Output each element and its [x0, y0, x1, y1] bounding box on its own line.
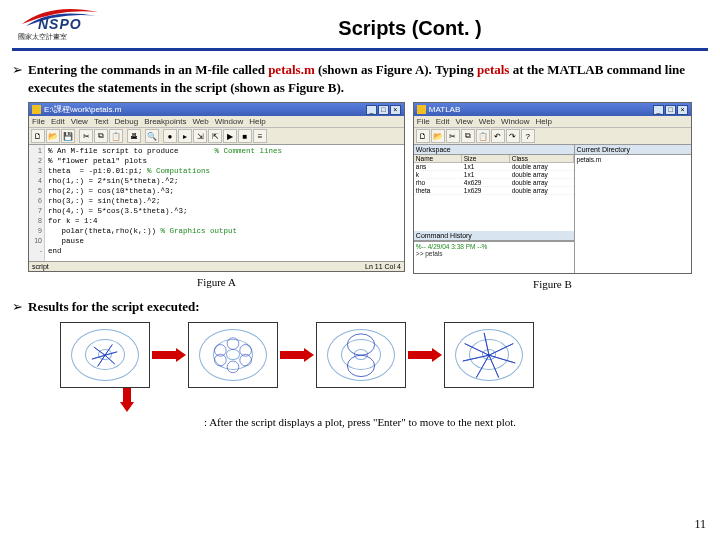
footnote: : After the script displays a plot, pres…	[0, 412, 720, 428]
menu-web[interactable]: Web	[192, 117, 208, 126]
arrow-right-icon	[408, 348, 442, 362]
editor-titlebar[interactable]: E:\課程\work\petals.m _ □ ×	[29, 103, 404, 116]
polar-plot-1	[60, 322, 150, 388]
history-line: %-- 4/29/04 3:38 PM --%	[416, 243, 572, 250]
cut-icon[interactable]: ✂	[79, 129, 93, 143]
stop-icon[interactable]: ■	[238, 129, 252, 143]
matlab-window: MATLAB _ □ × FileEditViewWebWindowHelp 🗋…	[413, 102, 692, 274]
b2-text: Results for the script executed:	[28, 299, 200, 314]
open-icon[interactable]: 📂	[431, 129, 445, 143]
line-gutter: 12345678910-	[29, 145, 45, 261]
bullet-2: ➢ Results for the script executed:	[0, 294, 720, 320]
menu-breakpoints[interactable]: Breakpoints	[144, 117, 186, 126]
page-number: 11	[694, 517, 706, 532]
breakpoint-icon[interactable]: ●	[163, 129, 177, 143]
status-right: Ln 11 Col 4	[365, 263, 401, 270]
figure-a-caption: Figure A	[28, 272, 405, 290]
paste-icon[interactable]: 📋	[476, 129, 490, 143]
workspace-title: Workspace	[414, 145, 574, 155]
bullet-icon: ➢	[12, 298, 23, 316]
petal-curve-icon	[199, 329, 267, 381]
figure-a: E:\課程\work\petals.m _ □ × FileEditViewTe…	[28, 102, 405, 292]
workspace-row[interactable]: rho4x629double array	[414, 179, 574, 187]
step-icon[interactable]: ▸	[178, 129, 192, 143]
menu-debug[interactable]: Debug	[115, 117, 139, 126]
matlab-body: Workspace NameSizeClass ans1x1double arr…	[414, 145, 691, 273]
menu-window[interactable]: Window	[215, 117, 243, 126]
menu-view[interactable]: View	[456, 117, 473, 126]
petal-curve-icon	[71, 329, 139, 381]
step-out-icon[interactable]: ⇱	[208, 129, 222, 143]
copy-icon[interactable]: ⧉	[461, 129, 475, 143]
paste-icon[interactable]: 📋	[109, 129, 123, 143]
matlab-titlebar[interactable]: MATLAB _ □ ×	[414, 103, 691, 116]
new-icon[interactable]: 🗋	[416, 129, 430, 143]
menu-text[interactable]: Text	[94, 117, 109, 126]
matlab-menubar[interactable]: FileEditViewWebWindowHelp	[414, 116, 691, 128]
workspace-row[interactable]: k1x1double array	[414, 171, 574, 179]
stack-icon[interactable]: ≡	[253, 129, 267, 143]
svg-point-0	[227, 337, 239, 349]
polar-plot-4	[444, 322, 534, 388]
b1-t2: (shown as Figure A). Typing	[315, 62, 477, 77]
results-row	[0, 320, 720, 388]
workspace-row[interactable]: ans1x1double array	[414, 163, 574, 171]
menu-edit[interactable]: Edit	[436, 117, 450, 126]
editor-body[interactable]: 12345678910- % An M-file script to produ…	[29, 145, 404, 261]
matlab-icon	[417, 105, 426, 114]
find-icon[interactable]: 🔍	[145, 129, 159, 143]
open-icon[interactable]: 📂	[46, 129, 60, 143]
arrow-right-icon	[152, 348, 186, 362]
menu-file[interactable]: File	[32, 117, 45, 126]
figure-b: MATLAB _ □ × FileEditViewWebWindowHelp 🗋…	[413, 102, 692, 292]
menu-view[interactable]: View	[71, 117, 88, 126]
maximize-button[interactable]: □	[378, 105, 389, 115]
svg-point-6	[347, 334, 374, 355]
slide-title: Scripts (Cont. )	[112, 11, 708, 40]
svg-point-3	[227, 361, 239, 373]
matlab-title: MATLAB	[429, 105, 653, 114]
workspace-row[interactable]: theta1x629double array	[414, 187, 574, 195]
b1-red2: petals	[477, 62, 510, 77]
petal-curve-icon	[327, 329, 395, 381]
menu-help[interactable]: Help	[249, 117, 265, 126]
curdir-title: Current Directory	[575, 145, 691, 155]
close-button[interactable]: ×	[677, 105, 688, 115]
editor-menubar[interactable]: FileEditViewTextDebugBreakpointsWebWindo…	[29, 116, 404, 128]
menu-window[interactable]: Window	[501, 117, 529, 126]
history-pane[interactable]: %-- 4/29/04 3:38 PM --% >> petals	[414, 241, 574, 273]
logo-subtitle: 國家太空計畫室	[18, 32, 67, 42]
b1-t1: Entering the commands in an M-file calle…	[28, 62, 268, 77]
matlab-toolbar[interactable]: 🗋 📂 ✂ ⧉ 📋 ↶ ↷ ?	[414, 128, 691, 145]
curdir-pane[interactable]: petals.m	[575, 155, 691, 273]
copy-icon[interactable]: ⧉	[94, 129, 108, 143]
save-icon[interactable]: 💾	[61, 129, 75, 143]
arrow-right-icon	[280, 348, 314, 362]
figures-row: E:\課程\work\petals.m _ □ × FileEditViewTe…	[0, 100, 720, 294]
workspace-pane[interactable]: NameSizeClass ans1x1double arrayk1x1doub…	[414, 155, 574, 231]
undo-icon[interactable]: ↶	[491, 129, 505, 143]
cut-icon[interactable]: ✂	[446, 129, 460, 143]
editor-toolbar[interactable]: 🗋 📂 💾 ✂ ⧉ 📋 🖶 🔍 ● ▸ ⇲ ⇱ ▶ ■ ≡	[29, 128, 404, 145]
figure-b-caption: Figure B	[413, 274, 692, 292]
menu-web[interactable]: Web	[479, 117, 495, 126]
help-icon[interactable]: ?	[521, 129, 535, 143]
maximize-button[interactable]: □	[665, 105, 676, 115]
menu-edit[interactable]: Edit	[51, 117, 65, 126]
polar-plot-2	[188, 322, 278, 388]
print-icon[interactable]: 🖶	[127, 129, 141, 143]
menu-help[interactable]: Help	[536, 117, 552, 126]
close-button[interactable]: ×	[390, 105, 401, 115]
new-icon[interactable]: 🗋	[31, 129, 45, 143]
minimize-button[interactable]: _	[653, 105, 664, 115]
code-area[interactable]: % An M-file script to produce % Comment …	[45, 145, 404, 261]
menu-file[interactable]: File	[417, 117, 430, 126]
curdir-item[interactable]: petals.m	[577, 156, 689, 163]
minimize-button[interactable]: _	[366, 105, 377, 115]
redo-icon[interactable]: ↷	[506, 129, 520, 143]
step-in-icon[interactable]: ⇲	[193, 129, 207, 143]
run-icon[interactable]: ▶	[223, 129, 237, 143]
matlab-file-icon	[32, 105, 41, 114]
svg-point-7	[347, 355, 374, 376]
arrow-down-wrap	[0, 388, 720, 412]
